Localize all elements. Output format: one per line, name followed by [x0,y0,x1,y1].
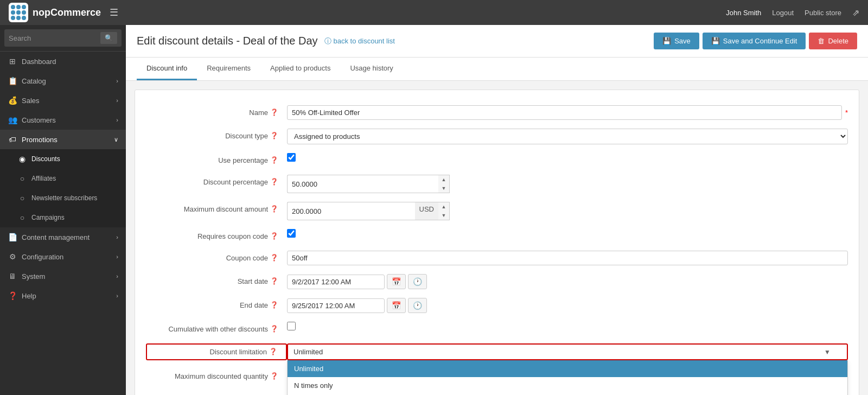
sidebar-search-inner: 🔍 [4,29,122,47]
sidebar-item-catalog[interactable]: 📋 Catalog › [0,71,126,91]
sidebar-item-system[interactable]: 🖥 System › [0,266,126,286]
coupon-code-help-icon[interactable]: ❓ [270,254,278,262]
cumulative-label: Cumulative with other discounts ❓ [146,322,287,333]
end-date-help-icon[interactable]: ❓ [270,301,278,309]
start-date-input[interactable] [287,275,385,289]
requires-coupon-checkbox[interactable] [287,229,296,238]
discount-type-row: Discount type ❓ Assigned to products Ass… [135,124,859,149]
name-help-icon[interactable]: ❓ [270,109,278,116]
use-percentage-label: Use percentage ❓ [146,153,287,164]
sidebar: 🔍 ⊞ Dashboard 📋 Catalog › 💰 Sales › 👥 Cu… [0,25,126,395]
delete-label: Delete [828,37,848,45]
gear-icon: ⚙ [8,252,17,261]
form-area: Name ❓ * Discount type ❓ Assigned to pro… [135,90,859,395]
sidebar-item-label: Dashboard [22,58,56,66]
discount-percentage-input[interactable] [287,175,438,193]
coupon-code-label: Coupon code ❓ [146,251,287,262]
currency-label: USD [415,202,438,220]
use-percentage-row: Use percentage ❓ [135,149,859,170]
tab-usage-history[interactable]: Usage history [340,58,403,80]
name-label: Name ❓ [146,105,287,117]
sidebar-item-discounts[interactable]: ◉ Discounts [0,149,126,169]
end-date-row: End date ❓ 📅 🕐 [135,294,859,317]
circle-icon: ○ [17,213,27,222]
limitation-option-n-times-only[interactable]: N times only [288,377,847,394]
save-icon: 💾 [662,37,671,45]
back-to-discount-list-link[interactable]: ⓘ back to discount list [324,36,395,46]
sidebar-item-customers[interactable]: 👥 Customers › [0,110,126,130]
circle-icon: ◉ [17,155,27,163]
discount-type-select[interactable]: Assigned to products Assigned to categor… [287,129,848,144]
use-percentage-help-icon[interactable]: ❓ [270,156,278,164]
use-percentage-control [287,153,848,162]
sidebar-item-dashboard[interactable]: ⊞ Dashboard [0,52,126,71]
limitation-help-icon[interactable]: ❓ [269,348,277,355]
page-title-area: Edit discount details - Deal of the Day … [137,35,395,47]
sidebar-item-sales[interactable]: 💰 Sales › [0,91,126,110]
sidebar-item-campaigns[interactable]: ○ Campaigns [0,208,126,227]
tab-requirements[interactable]: Requirements [197,58,260,80]
cumulative-checkbox[interactable] [287,322,296,330]
tab-usage-label: Usage history [350,64,393,72]
discount-percentage-label: Discount percentage ❓ [146,175,287,186]
hamburger-icon[interactable]: ☰ [110,7,118,18]
end-date-calendar-button[interactable]: 📅 [387,298,406,313]
delete-button[interactable]: 🗑 Delete [809,33,857,49]
name-input[interactable] [287,105,842,120]
max-discount-spinner: ▲ ▼ [438,202,450,220]
search-button[interactable]: 🔍 [100,32,117,44]
limitation-option-unlimited[interactable]: Unlimited [288,360,847,377]
tab-applied-to-products[interactable]: Applied to products [260,58,340,80]
use-percentage-checkbox[interactable] [287,153,296,162]
max-discount-amount-input[interactable] [287,202,415,220]
discount-percentage-help-icon[interactable]: ❓ [270,178,278,186]
start-date-calendar-button[interactable]: 📅 [387,274,406,289]
public-store-link[interactable]: Public store [805,9,841,17]
tabs-bar: Discount info Requirements Applied to pr… [126,58,868,81]
start-date-row: Start date ❓ 📅 🕐 [135,270,859,294]
max-discount-amount-help-icon[interactable]: ❓ [270,205,278,213]
sidebar-item-affiliates[interactable]: ○ Affiliates [0,169,126,188]
customers-icon: 👥 [8,116,17,124]
save-button[interactable]: 💾 Save [654,33,699,49]
start-date-label: Start date ❓ [146,274,287,285]
main-content: Edit discount details - Deal of the Day … [126,25,868,395]
logo-text: nopCommerce [33,7,101,18]
share-icon[interactable]: ⇗ [852,8,859,18]
sidebar-item-help[interactable]: ❓ Help › [0,286,126,305]
end-date-time-button[interactable]: 🕐 [408,298,427,313]
logout-link[interactable]: Logout [772,9,794,17]
chevron-right-icon: › [116,234,118,240]
save-continue-button[interactable]: 💾 Save and Continue Edit [703,33,806,49]
promotions-submenu: ◉ Discounts ○ Affiliates ○ Newsletter su… [0,149,126,227]
spinner-down-button[interactable]: ▼ [438,184,449,193]
sales-icon: 💰 [8,96,17,105]
cumulative-help-icon[interactable]: ❓ [270,325,278,333]
sidebar-item-configuration[interactable]: ⚙ Configuration › [0,247,126,266]
discount-type-help-icon[interactable]: ❓ [270,132,278,139]
chevron-down-icon: ∨ [114,136,118,143]
sidebar-item-label: Campaigns [31,214,65,221]
coupon-code-input[interactable] [287,251,848,265]
max-discounted-qty-help-icon[interactable]: ❓ [270,372,278,380]
user-name: John Smith [726,9,761,17]
save-continue-icon: 💾 [711,37,720,45]
sidebar-item-promotions[interactable]: 🏷 Promotions ∨ [0,130,126,149]
start-date-time-button[interactable]: 🕐 [408,274,427,289]
sidebar-item-newsletter-subscribers[interactable]: ○ Newsletter subscribers [0,188,126,208]
sidebar-item-content-management[interactable]: 📄 Content management › [0,227,126,247]
tab-discount-info[interactable]: Discount info [137,58,197,80]
cumulative-control [287,322,848,330]
search-input[interactable] [9,34,98,42]
spinner-up-button[interactable]: ▲ [438,202,449,211]
limitation-select-box[interactable]: Unlimited ▼ [287,343,848,360]
page-header: Edit discount details - Deal of the Day … [126,25,868,58]
spinner-down-button[interactable]: ▼ [438,211,449,220]
requires-coupon-help-icon[interactable]: ❓ [270,232,278,240]
name-control: * [287,105,848,120]
requires-coupon-control [287,229,848,238]
end-date-input[interactable] [287,298,385,313]
chevron-down-icon: ▼ [824,348,831,356]
spinner-up-button[interactable]: ▲ [438,175,449,184]
start-date-help-icon[interactable]: ❓ [270,277,278,285]
